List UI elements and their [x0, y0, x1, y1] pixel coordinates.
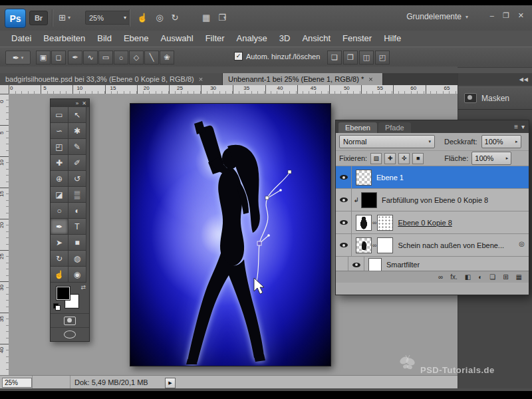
close-icon[interactable]: ✕: [82, 100, 86, 106]
shape-layers-mode-icon[interactable]: ▣: [36, 51, 51, 65]
foreground-color-swatch[interactable]: [57, 287, 70, 300]
new-layer-icon[interactable]: ⊞: [503, 273, 508, 281]
menu-item[interactable]: Ansicht: [296, 31, 336, 47]
layer-row[interactable]: ∞ Schein nach außen von Ebene... ◎: [336, 234, 529, 257]
tool-spot-healing-brush[interactable]: ✚: [51, 155, 68, 171]
expand-dock-icon[interactable]: ◀◀: [519, 76, 529, 82]
menu-item[interactable]: Bearbeiten: [37, 31, 91, 47]
ellipse-tool-icon[interactable]: ○: [114, 51, 128, 65]
blend-mode-select[interactable]: Normal ▾: [339, 135, 435, 148]
layer-mask-thumbnail[interactable]: [377, 215, 393, 231]
layout-dropdown[interactable]: ▾: [221, 11, 229, 24]
bridge-button[interactable]: Br: [29, 11, 48, 25]
layer-group-icon[interactable]: ❏: [489, 273, 495, 281]
layer-thumbnail[interactable]: [356, 170, 372, 186]
swap-colors-icon[interactable]: ⇄: [80, 284, 86, 291]
polygon-tool-icon[interactable]: ◇: [129, 51, 144, 65]
layer-row[interactable]: ∞ Ebene 0 Kopie 8: [336, 211, 529, 234]
tool-3d-orbit[interactable]: ◍: [68, 251, 86, 267]
screen-mode-button[interactable]: [51, 327, 89, 341]
minimize-button[interactable]: –: [490, 11, 494, 20]
layer-thumbnail[interactable]: [356, 237, 372, 253]
layer-thumbnail[interactable]: [368, 258, 382, 271]
restore-button[interactable]: ❐: [503, 11, 509, 20]
document-canvas[interactable]: [130, 103, 331, 366]
tool-gradient[interactable]: ▒: [68, 187, 86, 203]
tool-brush[interactable]: ✐: [68, 155, 86, 171]
arrange-documents-button[interactable]: ⊞ ▾: [56, 11, 73, 24]
tool-clone-stamp[interactable]: ⊕: [51, 171, 68, 187]
status-zoom-field[interactable]: 25%: [2, 378, 32, 388]
tool-quick-selection[interactable]: ✱: [68, 123, 86, 139]
active-tool-preset[interactable]: ✒ ▾: [5, 51, 31, 65]
tool-path-selection[interactable]: ➤: [51, 235, 68, 251]
tool-lasso[interactable]: ∽: [51, 123, 68, 139]
pen-tool-icon[interactable]: ✒: [68, 51, 82, 65]
opacity-field[interactable]: 100% ▸: [481, 135, 521, 148]
custom-shape-icon[interactable]: ❀: [160, 51, 174, 65]
menu-item[interactable]: Hilfe: [378, 31, 407, 47]
collapse-icon[interactable]: »: [76, 100, 78, 106]
document-tab-active[interactable]: Unbenannt-1 bei 25% (Ebene 1, RGB/8) * ×: [223, 73, 383, 85]
lock-transparency-icon[interactable]: ▨: [370, 153, 382, 164]
add-shape-icon[interactable]: ❏: [327, 51, 342, 65]
visibility-toggle[interactable]: [336, 211, 352, 233]
close-icon[interactable]: ×: [199, 75, 203, 83]
status-options-button[interactable]: ▶: [165, 378, 176, 388]
visibility-toggle[interactable]: [336, 166, 352, 188]
fill-field[interactable]: 100% ▸: [471, 152, 511, 165]
rotate-view-icon[interactable]: ↻: [172, 13, 179, 23]
tool-dodge[interactable]: ◐: [68, 203, 86, 219]
intersect-shape-icon[interactable]: ◫: [359, 51, 374, 65]
menu-item[interactable]: Filter: [200, 31, 231, 47]
tool-move[interactable]: ↖: [68, 107, 86, 123]
menu-item[interactable]: Datei: [5, 31, 37, 47]
default-colors-icon[interactable]: [53, 303, 60, 310]
layer-mask-thumbnail[interactable]: [377, 237, 393, 253]
tool-shape[interactable]: ■: [68, 235, 86, 251]
visibility-toggle[interactable]: [336, 189, 352, 211]
delete-layer-icon[interactable]: ▦: [516, 273, 522, 281]
add-mask-icon[interactable]: ◧: [465, 273, 471, 281]
tab-pfade[interactable]: Pfade: [378, 122, 411, 133]
subtract-shape-icon[interactable]: ❐: [343, 51, 358, 65]
menu-item[interactable]: Ebene: [118, 31, 155, 47]
zoom-level-control[interactable]: 25% ▾: [85, 11, 130, 25]
layer-row[interactable]: Ebene 1: [336, 166, 529, 189]
menu-item[interactable]: Auswahl: [155, 31, 200, 47]
layer-thumbnail[interactable]: [356, 215, 372, 231]
tool-eraser[interactable]: ◪: [51, 187, 68, 203]
visibility-toggle[interactable]: [336, 234, 352, 256]
tool-zoom[interactable]: ◉: [68, 267, 86, 283]
tool-history-brush[interactable]: ↺: [68, 171, 86, 187]
layer-row[interactable]: ↲ Farbfüllung von Ebene 0 Kopie 8: [336, 189, 529, 211]
line-tool-icon[interactable]: ╲: [144, 51, 159, 65]
layer-thumbnail[interactable]: [361, 192, 377, 208]
tab-ebenen[interactable]: Ebenen: [338, 122, 377, 133]
visibility-toggle[interactable]: [348, 257, 364, 271]
tool-blur[interactable]: ○: [51, 203, 68, 219]
tool-pen[interactable]: ✒: [51, 219, 68, 235]
masks-panel-header[interactable]: Masken: [458, 86, 532, 110]
menu-item[interactable]: Analyse: [231, 31, 273, 47]
tool-hand[interactable]: ☝: [51, 267, 68, 283]
tool-3d-rotate[interactable]: ↻: [51, 251, 68, 267]
auto-add-delete-checkbox[interactable]: ✓: [234, 52, 243, 61]
tool-crop[interactable]: ◰: [51, 139, 68, 155]
tool-rectangular-marquee[interactable]: ▭: [51, 107, 68, 123]
tool-type[interactable]: T: [68, 219, 86, 235]
effects-badge-icon[interactable]: ◎: [519, 240, 525, 247]
lock-pixels-icon[interactable]: ✚: [384, 153, 396, 164]
freeform-pen-icon[interactable]: ∿: [83, 51, 98, 65]
rectangle-tool-icon[interactable]: ▭: [98, 51, 113, 65]
close-button[interactable]: ✕: [518, 11, 524, 20]
hand-tool-icon[interactable]: ☝: [137, 13, 148, 23]
document-tab[interactable]: badgirlsilhouette.psd bei 33,3% (Ebene 0…: [0, 73, 223, 85]
workspace-switcher[interactable]: Grundelemente ▾: [406, 12, 468, 21]
panel-menu-icon[interactable]: ≡: [514, 123, 518, 130]
lock-all-icon[interactable]: ■: [412, 153, 424, 164]
lock-position-icon[interactable]: ✜: [398, 153, 410, 164]
vertical-ruler[interactable]: 0510152025303540: [0, 94, 9, 375]
menu-item[interactable]: 3D: [273, 31, 297, 47]
tool-eyedropper[interactable]: ✎: [68, 139, 86, 155]
